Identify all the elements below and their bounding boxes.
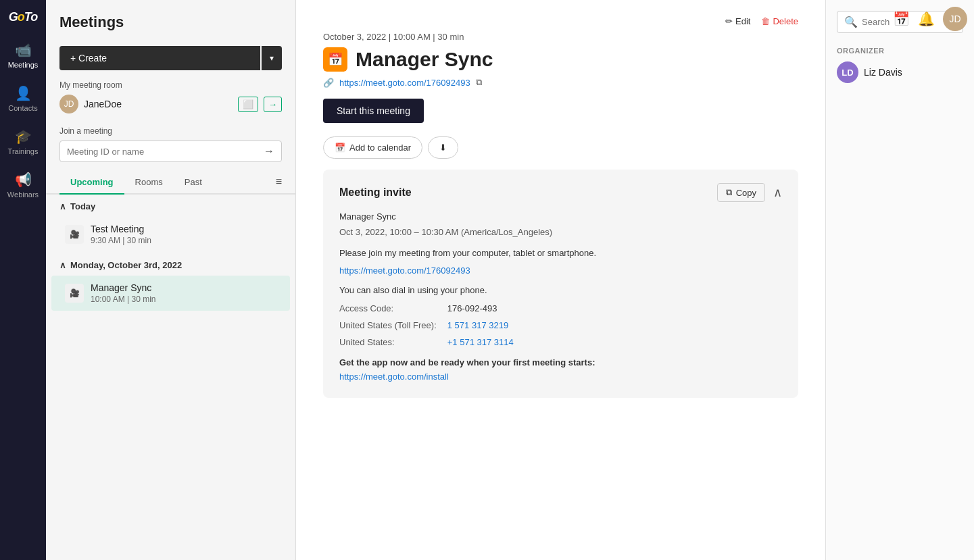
invite-join-url[interactable]: https://meet.goto.com/176092493 [339, 265, 470, 276]
edit-icon: ✏ [725, 16, 733, 26]
get-app-text: Get the app now and be ready when your f… [339, 356, 782, 370]
user-header-initials: JD [949, 14, 960, 24]
join-meeting-input[interactable] [67, 147, 264, 157]
table-row-us: United States: +1 571 317 3114 [339, 334, 525, 351]
download-icon: ⬇ [439, 143, 447, 153]
meeting-item-test[interactable]: 🎥 Test Meeting 9:30 AM | 30 min [51, 217, 290, 252]
group-header-today[interactable]: ∧ Today [46, 195, 295, 215]
tab-upcoming[interactable]: Upcoming [59, 170, 124, 193]
install-url-link[interactable]: https://meet.goto.com/install [339, 372, 449, 382]
table-row-tollfree: United States (Toll Free): 1 571 317 321… [339, 317, 525, 334]
left-nav: GoTo 📹 Meetings 👤 Contacts 🎓 Trainings 📢… [0, 0, 46, 560]
start-meeting-button[interactable]: Start this meeting [323, 99, 424, 123]
open-room-button[interactable]: ⬜ [238, 97, 258, 112]
meeting-url-link[interactable]: https://meet.goto.com/176092493 [339, 78, 470, 88]
collapse-today-icon: ∧ [59, 201, 66, 211]
collapse-invite-button[interactable]: ∧ [773, 185, 782, 200]
invite-dial-table: Access Code: 176-092-493 United States (… [339, 301, 525, 351]
action-btns-row: 📅 Add to calendar ⬇ [323, 136, 798, 159]
meetings-list: ∧ Today 🎥 Test Meeting 9:30 AM | 30 min … [46, 195, 295, 560]
nav-label-webinars: Webinars [7, 190, 39, 199]
group-label-monday: Monday, October 3rd, 2022 [70, 260, 182, 270]
nav-label-meetings: Meetings [8, 61, 39, 69]
group-label-today: Today [70, 201, 95, 211]
delete-button[interactable]: 🗑 Delete [761, 16, 798, 26]
meeting-meta: October 3, 2022 | 10:00 AM | 30 min [323, 32, 798, 42]
meeting-detail: ✏ Edit 🗑 Delete October 3, 2022 | 10:00 … [296, 0, 825, 560]
user-avatar-initials: JD [64, 99, 74, 109]
invite-dial-text: You can also dial in using your phone. [339, 284, 782, 298]
organizer-avatar: LD [837, 61, 858, 83]
invite-header: Meeting invite ⧉ Copy ∧ [339, 183, 782, 202]
invite-title: Meeting invite [339, 186, 412, 199]
download-button[interactable]: ⬇ [428, 136, 458, 159]
notification-button[interactable]: 🔔 [918, 11, 935, 27]
access-code-label: Access Code: [339, 301, 447, 317]
goto-logo-text: GoTo [9, 10, 37, 24]
meeting-url-row: 🔗 https://meet.goto.com/176092493 ⧉ [323, 77, 798, 88]
copy-link-icon[interactable]: ⧉ [476, 77, 482, 88]
edit-delete-row: ✏ Edit 🗑 Delete [323, 16, 798, 26]
copy-icon: ⧉ [726, 187, 732, 198]
user-profile-button[interactable]: JD [943, 7, 967, 31]
meeting-video-icon-sync: 🎥 [65, 284, 84, 303]
top-right-header: 📅 🔔 JD [893, 7, 967, 31]
meetings-icon: 📹 [15, 42, 32, 58]
table-row-access: Access Code: 176-092-493 [339, 301, 525, 317]
trash-icon: 🗑 [761, 16, 770, 26]
meeting-time-sync: 10:00 AM | 30 min [91, 295, 156, 304]
meeting-main-title: Manager Sync [356, 48, 493, 71]
group-header-monday[interactable]: ∧ Monday, October 3rd, 2022 [46, 253, 295, 274]
room-actions: ⬜ → [238, 97, 282, 112]
meeting-calendar-icon: 📅 [323, 47, 347, 72]
collapse-monday-icon: ∧ [59, 260, 66, 270]
meeting-info-sync: Manager Sync 10:00 AM | 30 min [91, 282, 156, 304]
tab-past[interactable]: Past [174, 170, 213, 193]
join-meeting-label: Join a meeting [59, 126, 112, 136]
my-meeting-room-label: My meeting room [59, 80, 122, 90]
sidebar-header: Meetings [46, 0, 295, 38]
nav-item-contacts[interactable]: 👤 Contacts [0, 77, 46, 120]
create-chevron-button[interactable]: ▾ [262, 46, 282, 70]
organizer-label: Organizer [837, 47, 885, 55]
copy-invite-button[interactable]: ⧉ Copy [717, 183, 765, 202]
user-avatar-name: JD JaneDoe [59, 95, 122, 113]
invite-meeting-name: Manager Sync [339, 210, 782, 224]
nav-item-webinars[interactable]: 📢 Webinars [0, 163, 46, 207]
edit-button[interactable]: ✏ Edit [725, 16, 750, 26]
join-meeting-button[interactable]: → [264, 145, 274, 157]
organizer-initials: LD [842, 68, 853, 78]
sidebar-title: Meetings [59, 14, 282, 31]
meeting-title-test: Test Meeting [91, 224, 151, 234]
main-content: ✏ Edit 🗑 Delete October 3, 2022 | 10:00 … [296, 0, 825, 560]
meeting-info-test: Test Meeting 9:30 AM | 30 min [91, 224, 151, 245]
user-avatar: JD [59, 95, 78, 113]
organizer-name: Liz Davis [864, 67, 902, 78]
my-meeting-room-section: My meeting room JD JaneDoe ⬜ → [46, 70, 295, 119]
filter-icon[interactable]: ≡ [276, 170, 282, 193]
nav-item-meetings[interactable]: 📹 Meetings [0, 34, 46, 77]
meeting-time-test: 9:30 AM | 30 min [91, 236, 151, 245]
us-tollfree-label: United States (Toll Free): [339, 317, 447, 334]
tab-rooms[interactable]: Rooms [124, 170, 174, 193]
sidebar: Meetings + Create ▾ My meeting room JD J… [46, 0, 296, 560]
join-meeting-section: Join a meeting → [46, 119, 295, 170]
add-calendar-button[interactable]: 📅 Add to calendar [323, 136, 422, 159]
meeting-title-sync: Manager Sync [91, 282, 156, 293]
nav-label-trainings: Trainings [8, 147, 39, 155]
invite-body: Manager Sync Oct 3, 2022, 10:00 – 10:30 … [339, 210, 782, 384]
enter-room-button[interactable]: → [264, 97, 282, 112]
organizer-section: Organizer LD Liz Davis [837, 44, 963, 83]
nav-item-trainings[interactable]: 🎓 Trainings [0, 120, 46, 163]
user-room-name: JaneDoe [84, 99, 122, 109]
meeting-invite-card: Meeting invite ⧉ Copy ∧ Manager Sync Oct… [323, 170, 798, 398]
invite-time: Oct 3, 2022, 10:00 – 10:30 AM (America/L… [339, 226, 782, 240]
us-value: +1 571 317 3114 [447, 334, 525, 351]
tabs-row: Upcoming Rooms Past ≡ [46, 170, 295, 195]
webinars-icon: 📢 [15, 172, 32, 188]
calendar-header-button[interactable]: 📅 [893, 11, 910, 27]
create-button[interactable]: + Create [59, 46, 260, 70]
meeting-item-manager-sync[interactable]: 🎥 Manager Sync 10:00 AM | 30 min [51, 276, 290, 311]
create-btn-row: + Create ▾ [59, 46, 282, 70]
us-label: United States: [339, 334, 447, 351]
